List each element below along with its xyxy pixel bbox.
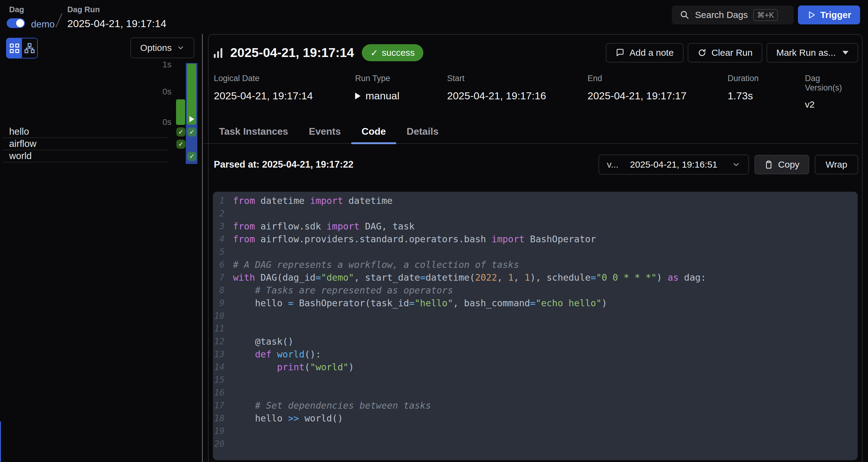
task-name[interactable]: airflow <box>2 138 36 149</box>
airflow-dagrun-page: Dag demo Dag Run 2025-04-21, 19:17:14 Se… <box>0 0 868 462</box>
dagrun-detail-panel: 2025-04-21, 19:17:14 ✓ success Add a not… <box>208 34 863 462</box>
tab-code[interactable]: Code <box>351 119 396 143</box>
dag-name-link[interactable]: demo <box>31 19 55 30</box>
line-number: 2 <box>213 208 233 219</box>
meta-label: Dag Version(s) <box>805 74 858 93</box>
task-instance-hello-success-check[interactable]: ✓ <box>187 127 196 137</box>
task-instance-airflow-success-check[interactable]: ✓ <box>176 140 185 149</box>
line-number: 16 <box>213 387 233 398</box>
meta-label: Logical Date <box>214 74 313 83</box>
manual-run-play-icon <box>189 116 194 122</box>
options-label: Options <box>140 43 172 53</box>
meta-logical-date: Logical Date 2025-04-21, 19:17:14 <box>214 74 313 102</box>
line-number: 6 <box>213 260 233 270</box>
code-line: 2 <box>213 207 858 220</box>
code-line: 6# A DAG represents a workflow, a collec… <box>213 258 858 271</box>
task-list: helloairflowworld <box>2 126 168 163</box>
graph-icon <box>24 42 35 54</box>
wrap-button[interactable]: Wrap <box>815 155 858 174</box>
task-name[interactable]: world <box>2 150 32 162</box>
copy-button[interactable]: Copy <box>754 155 809 174</box>
run-actions: Add a note Clear Run Mark Run as... <box>606 43 858 62</box>
line-number: 11 <box>213 324 233 334</box>
dagrun-breadcrumb-value: 2025-04-21, 19:17:14 <box>67 18 166 30</box>
gantt-axis-label: 1s <box>153 60 172 69</box>
mark-run-as-label: Mark Run as... <box>776 48 836 58</box>
code-line: 13 def world(): <box>213 348 858 360</box>
clear-run-button[interactable]: Clear Run <box>688 43 762 62</box>
view-toggle <box>6 38 38 59</box>
meta-start: Start 2025-04-21, 19:17:16 <box>447 74 546 102</box>
tab-events[interactable]: Events <box>299 119 351 143</box>
line-number: 14 <box>213 362 233 372</box>
parsed-at-text: Parsed at: 2025-04-21, 19:17:22 <box>214 159 353 170</box>
line-number: 13 <box>213 349 233 359</box>
task-name[interactable]: hello <box>2 126 29 137</box>
line-number: 12 <box>213 337 233 347</box>
task-row-airflow[interactable]: airflow <box>2 138 168 150</box>
gantt-axis-label: 0s <box>153 87 172 96</box>
tab-task-instances[interactable]: Task Instances <box>209 119 299 143</box>
clipboard-icon <box>764 160 773 169</box>
clear-run-label: Clear Run <box>711 48 752 58</box>
line-number: 18 <box>213 413 233 423</box>
meta-value: 1.73s <box>727 90 759 102</box>
trigger-button[interactable]: Trigger <box>798 5 860 24</box>
play-outline-icon <box>807 10 816 20</box>
tab-details[interactable]: Details <box>396 119 449 143</box>
dag-breadcrumb-label: Dag <box>9 5 24 14</box>
options-button[interactable]: Options <box>130 37 194 58</box>
check-icon: ✓ <box>370 48 378 58</box>
breadcrumb-separator <box>56 13 62 28</box>
line-number: 19 <box>213 426 233 436</box>
meta-label: End <box>588 74 686 83</box>
code-line: 9 hello = BashOperator(task_id="hello", … <box>213 296 858 309</box>
line-number: 4 <box>213 234 233 244</box>
panel-resize-handle[interactable] <box>202 34 203 462</box>
code-line: 4from airflow.providers.standard.operato… <box>213 233 858 245</box>
line-number: 3 <box>213 221 233 231</box>
code-viewer[interactable]: 1from datetime import datetime23from air… <box>213 192 858 460</box>
mark-run-as-button[interactable]: Mark Run as... <box>767 43 858 62</box>
code-line: 11 <box>213 322 858 335</box>
code-line: 19 <box>213 425 858 437</box>
dag-pause-toggle[interactable] <box>7 18 25 28</box>
code-line: 3from airflow.sdk import DAG, task <box>213 220 858 233</box>
bar-chart-icon <box>214 48 222 58</box>
version-truncated: v... <box>607 160 619 170</box>
code-line: 7with DAG(dag_id="demo", start_date=date… <box>213 271 858 284</box>
task-instance-world-success-check[interactable]: ✓ <box>187 152 196 161</box>
meta-label: Start <box>447 74 546 83</box>
meta-end: End 2025-04-21, 19:17:17 <box>588 74 686 102</box>
left-edge-accent <box>0 422 1 462</box>
meta-label: Run Type <box>355 74 400 83</box>
task-row-world[interactable]: world <box>2 150 168 163</box>
copy-label: Copy <box>778 160 800 170</box>
code-lines: 1from datetime import datetime23from air… <box>213 194 858 450</box>
grid-view-button[interactable] <box>7 38 22 58</box>
line-number: 20 <box>213 439 233 449</box>
add-note-button[interactable]: Add a note <box>606 43 683 62</box>
line-number: 1 <box>213 196 233 206</box>
task-row-hello[interactable]: hello <box>2 126 168 138</box>
code-line: 16 <box>213 386 858 399</box>
line-number: 8 <box>213 285 233 295</box>
top-bar: Dag demo Dag Run 2025-04-21, 19:17:14 Se… <box>0 0 868 34</box>
task-instance-hello-success-check[interactable]: ✓ <box>176 127 185 137</box>
meta-label: Duration <box>727 74 759 83</box>
meta-value: manual <box>366 90 400 102</box>
toggle-knob <box>16 19 24 27</box>
code-line: 17 # Set dependencies between tasks <box>213 399 858 412</box>
chevron-down-icon <box>177 44 185 52</box>
run1-duration-bar[interactable] <box>176 99 185 125</box>
code-line: 15 <box>213 373 858 386</box>
detail-tabs: Task Instances Events Code Details <box>204 119 858 144</box>
graph-view-button[interactable] <box>22 38 37 58</box>
caret-down-icon <box>842 51 848 55</box>
run2-duration-bar[interactable] <box>187 64 196 125</box>
code-line: 14 print("world") <box>213 360 858 373</box>
dag-version-select[interactable]: v... 2025-04-21, 19:16:51 <box>598 154 749 175</box>
run-header: 2025-04-21, 19:17:14 ✓ success Add a not… <box>214 40 858 65</box>
search-dags-input[interactable]: Search Dags ⌘+K <box>672 5 794 24</box>
line-number: 5 <box>213 247 233 257</box>
